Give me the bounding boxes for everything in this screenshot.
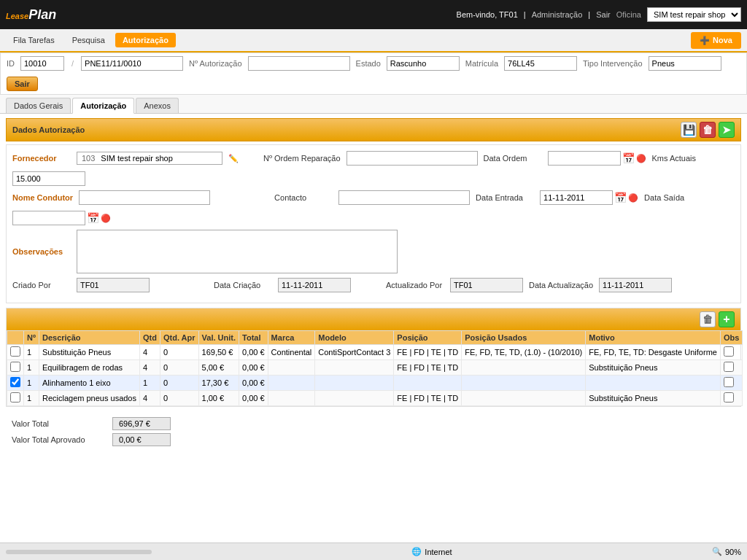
data-saida-input[interactable] bbox=[12, 211, 85, 225]
row-check-cell[interactable] bbox=[7, 376, 24, 391]
row-total: 0,00 € bbox=[239, 391, 268, 406]
data-entrada-input[interactable] bbox=[540, 190, 613, 205]
valor-total-value: 696,97 € bbox=[112, 417, 171, 430]
table-toolbar: 🗑 + bbox=[7, 308, 740, 330]
row-checkbox[interactable] bbox=[10, 392, 20, 402]
sair-button[interactable]: Sair bbox=[7, 77, 38, 91]
row-motivo bbox=[586, 376, 721, 391]
row-val-unit: 169,50 € bbox=[198, 345, 239, 360]
row-obs[interactable] bbox=[720, 376, 742, 391]
row-marca bbox=[268, 360, 315, 376]
cal-icon-data-ordem[interactable]: 📅 bbox=[622, 152, 635, 164]
form-header: ID / Nº Autorização Estado Matrícula Tip… bbox=[0, 52, 747, 95]
estado-input[interactable] bbox=[387, 56, 460, 71]
oficina-label: Oficina bbox=[616, 10, 641, 19]
row-qtd-apr: 0 bbox=[160, 360, 198, 376]
row-check-cell[interactable] bbox=[7, 391, 24, 406]
row-checkbox[interactable] bbox=[10, 377, 20, 387]
data-criacao-input bbox=[278, 278, 351, 292]
kms-label: Kms Actuais bbox=[652, 154, 711, 163]
data-ordem-wrap: 📅 🔴 bbox=[548, 151, 646, 166]
row-check-cell[interactable] bbox=[7, 345, 24, 360]
row-posicao: FE | FD | TE | TD bbox=[394, 360, 462, 376]
forward-icon-btn[interactable]: ➤ bbox=[719, 122, 735, 138]
table-add-btn[interactable]: + bbox=[719, 311, 735, 327]
welcome-text: Bem-vindo, TF01 bbox=[457, 10, 518, 19]
tab-anexos[interactable]: Anexos bbox=[136, 98, 179, 113]
save-icon-btn[interactable]: 💾 bbox=[681, 122, 697, 138]
nr-ordem-input[interactable] bbox=[347, 151, 478, 166]
nr-ordem-label: Nº Ordem Reparação bbox=[263, 154, 341, 163]
obs-checkbox[interactable] bbox=[724, 346, 734, 357]
row-marca: Continental bbox=[268, 345, 315, 360]
tab-dados-gerais[interactable]: Dados Gerais bbox=[6, 98, 71, 113]
row-descricao: Alinhamento 1 eixo bbox=[39, 376, 139, 391]
dados-autorizacao-form: Fornecedor 103 SIM test repair shop ✏️ N… bbox=[6, 144, 741, 303]
col-obs: Obs bbox=[720, 331, 742, 345]
id-sep: / bbox=[71, 59, 74, 68]
row-checkbox[interactable] bbox=[10, 346, 20, 357]
red-dot-data-entrada[interactable]: 🔴 bbox=[628, 193, 638, 203]
obs-checkbox[interactable] bbox=[724, 362, 734, 372]
cal-icon-data-saida[interactable]: 📅 bbox=[87, 212, 99, 224]
row-obs[interactable] bbox=[720, 360, 742, 376]
form-row-4: Criado Por Data Criação Actualizado Por … bbox=[12, 278, 735, 292]
nav-autorizacao[interactable]: Autorização bbox=[115, 33, 176, 47]
table-delete-btn[interactable]: 🗑 bbox=[700, 311, 716, 327]
nav-pesquisa[interactable]: Pesquisa bbox=[65, 33, 112, 47]
delete-icon-btn[interactable]: 🗑 bbox=[700, 122, 716, 138]
row-posicao: FE | FD | TE | TD bbox=[394, 345, 462, 360]
red-dot-data-ordem[interactable]: 🔴 bbox=[636, 154, 646, 163]
data-ordem-input[interactable] bbox=[548, 151, 621, 166]
logout-link[interactable]: Sair bbox=[596, 10, 611, 19]
row-posicao-usados bbox=[462, 391, 586, 406]
logo: LeasePlan bbox=[6, 7, 56, 23]
criado-por-label: Criado Por bbox=[12, 281, 71, 289]
matricula-input[interactable] bbox=[504, 56, 577, 71]
nr-autorizacao-input[interactable] bbox=[248, 56, 350, 71]
row-checkbox[interactable] bbox=[10, 362, 20, 372]
row-val-unit: 5,00 € bbox=[198, 360, 239, 376]
edit-supplier-btn[interactable]: ✏️ bbox=[228, 154, 246, 163]
nova-button[interactable]: ➕ Nova bbox=[691, 32, 741, 49]
row-qtd-apr: 0 bbox=[160, 345, 198, 360]
data-actualizacao-input bbox=[599, 278, 672, 292]
id-input[interactable] bbox=[20, 56, 64, 71]
admin-link[interactable]: Administração bbox=[532, 10, 583, 19]
pne-input[interactable] bbox=[81, 56, 183, 71]
red-dot-data-saida[interactable]: 🔴 bbox=[101, 214, 111, 223]
col-val-unit: Val. Unit. bbox=[198, 331, 239, 345]
tipo-intervencao-input[interactable] bbox=[649, 56, 721, 71]
row-total: 0,00 € bbox=[239, 376, 268, 391]
actualizado-por-label: Actualizado Por bbox=[386, 281, 444, 289]
supplier-id: 103 bbox=[82, 154, 95, 163]
row-obs[interactable] bbox=[720, 391, 742, 406]
plus-icon: ➕ bbox=[700, 36, 710, 45]
nav-fila-tarefas[interactable]: Fila Tarefas bbox=[6, 33, 62, 47]
col-modelo: Modelo bbox=[315, 331, 394, 345]
obs-checkbox[interactable] bbox=[724, 392, 734, 402]
obs-checkbox[interactable] bbox=[724, 377, 734, 387]
observacoes-textarea[interactable] bbox=[77, 230, 398, 273]
row-obs[interactable] bbox=[720, 345, 742, 360]
row-modelo bbox=[315, 360, 394, 376]
actualizado-por-input bbox=[450, 278, 523, 292]
data-saida-label: Data Saída bbox=[644, 193, 703, 202]
row-check-cell[interactable] bbox=[7, 360, 24, 376]
observacoes-label: Observações bbox=[12, 247, 71, 256]
tabs: Dados Gerais Autorização Anexos bbox=[0, 95, 747, 114]
oficina-select[interactable]: SIM test repair shop bbox=[647, 7, 741, 22]
nome-condutor-input[interactable] bbox=[79, 190, 210, 205]
cal-icon-data-entrada[interactable]: 📅 bbox=[614, 192, 627, 203]
col-check bbox=[7, 331, 24, 345]
contacto-input[interactable] bbox=[338, 190, 470, 205]
row-total: 0,00 € bbox=[239, 360, 268, 376]
row-posicao-usados: FE, FD, TE, TD, (1.0) - (10/2010) bbox=[462, 345, 586, 360]
row-motivo: FE, FD, TE, TD: Desgaste Uniforme bbox=[586, 345, 721, 360]
tab-autorizacao[interactable]: Autorização bbox=[72, 98, 134, 114]
row-qtd: 1 bbox=[140, 376, 160, 391]
kms-input[interactable] bbox=[12, 171, 85, 186]
fornecedor-label: Fornecedor bbox=[12, 154, 71, 163]
col-posicao: Posição bbox=[394, 331, 462, 345]
data-entrada-label: Data Entrada bbox=[476, 193, 534, 202]
